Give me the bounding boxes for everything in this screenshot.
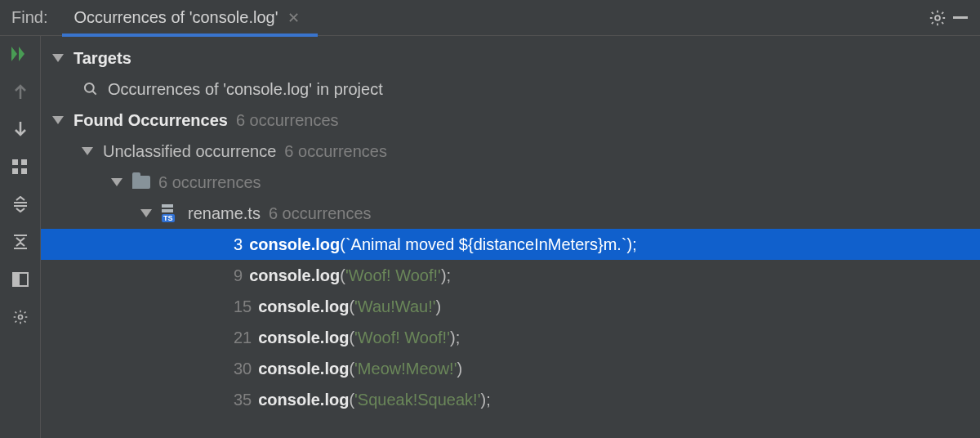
svg-rect-3 — [12, 168, 18, 174]
collapse-all-icon[interactable] — [8, 232, 33, 252]
string-literal: 'Woof! Woof!' — [345, 266, 441, 285]
find-tab[interactable]: Occurrences of 'console.log' ✕ — [62, 0, 313, 36]
string-literal: 'Wau!Wau!' — [354, 297, 436, 316]
caret-down-icon — [111, 178, 122, 186]
settings-icon[interactable] — [8, 307, 33, 327]
expand-all-icon[interactable] — [8, 194, 33, 214]
caret-down-icon — [140, 209, 152, 217]
code-text: ); — [450, 328, 460, 347]
code-text: ( — [340, 266, 345, 285]
svg-rect-6 — [13, 273, 20, 286]
find-panel-header: Find: Occurrences of 'console.log' ✕ — [0, 0, 980, 36]
tab-underline — [62, 34, 318, 37]
code-text: ( — [349, 391, 354, 409]
line-number: 3 — [234, 235, 243, 254]
result-row[interactable]: 15console.log('Wau!Wau!') — [41, 291, 980, 322]
rerun-icon[interactable] — [8, 44, 33, 64]
gear-icon[interactable] — [926, 7, 949, 29]
results-tree: Targets Occurrences of 'console.log' in … — [41, 36, 980, 438]
line-number: 21 — [234, 328, 252, 347]
svg-point-8 — [85, 83, 94, 92]
tree-node-found[interactable]: Found Occurrences 6 occurrences — [41, 105, 980, 136]
code-text: ); — [627, 235, 637, 254]
matched-call: console.log — [258, 297, 349, 316]
string-literal: 'Meow!Meow!' — [354, 360, 457, 378]
code-text: ) — [457, 360, 463, 378]
close-tab-icon[interactable]: ✕ — [286, 9, 301, 27]
code-text: ( — [349, 360, 354, 378]
caret-down-icon — [82, 147, 93, 155]
caret-down-icon — [52, 54, 64, 62]
search-icon — [82, 80, 100, 98]
tree-node-folder[interactable]: 6 occurrences — [41, 167, 980, 198]
line-number: 15 — [234, 297, 252, 316]
line-number: 35 — [234, 391, 252, 409]
result-row[interactable]: 3console.log(`Animal moved ${distanceInM… — [41, 229, 980, 260]
find-label: Find: — [11, 8, 62, 27]
result-row[interactable]: 30console.log('Meow!Meow!') — [41, 353, 980, 384]
string-literal: 'Squeak!Squeak!' — [354, 391, 480, 409]
tree-node-targets[interactable]: Targets — [41, 42, 980, 74]
matched-call: console.log — [258, 360, 349, 378]
line-number: 9 — [234, 266, 243, 285]
arrow-down-icon[interactable] — [8, 119, 33, 139]
matched-call: console.log — [258, 391, 349, 409]
group-icon[interactable] — [8, 157, 33, 177]
result-row[interactable]: 9console.log('Woof! Woof!'); — [41, 260, 980, 291]
code-text: ( — [340, 235, 345, 254]
ts-file-icon: TS — [162, 204, 180, 222]
tree-node-file[interactable]: TS rename.ts 6 occurrences — [41, 198, 980, 229]
svg-point-0 — [935, 16, 940, 20]
preview-toggle-icon[interactable] — [8, 270, 33, 289]
result-row[interactable]: 21console.log('Woof! Woof!'); — [41, 322, 980, 353]
caret-down-icon — [52, 116, 64, 124]
minimize-icon[interactable] — [949, 7, 972, 29]
line-number: 30 — [234, 360, 252, 378]
string-literal: 'Woof! Woof!' — [354, 328, 450, 347]
code-text: ) — [436, 297, 442, 316]
code-text: ( — [349, 328, 354, 347]
result-row[interactable]: 35console.log('Squeak!Squeak!'); — [41, 384, 980, 415]
code-text: ( — [349, 297, 354, 316]
find-tab-title: Occurrences of 'console.log' — [74, 8, 278, 27]
folder-icon — [132, 173, 150, 191]
tree-node-unclassified[interactable]: Unclassified occurrence 6 occurrences — [41, 136, 980, 167]
matched-call: console.log — [249, 266, 340, 285]
matched-call: console.log — [249, 235, 340, 254]
arrow-up-icon[interactable] — [8, 82, 33, 101]
find-toolbar — [0, 36, 41, 438]
code-text: ); — [480, 391, 490, 409]
tree-node-scope[interactable]: Occurrences of 'console.log' in project — [41, 74, 980, 105]
matched-call: console.log — [258, 328, 349, 347]
string-literal: `Animal moved ${distanceInMeters}m.` — [345, 235, 627, 254]
svg-rect-4 — [21, 168, 27, 174]
svg-rect-1 — [12, 159, 18, 165]
code-text: ); — [441, 266, 451, 285]
svg-rect-2 — [21, 159, 27, 165]
svg-point-7 — [18, 315, 22, 320]
